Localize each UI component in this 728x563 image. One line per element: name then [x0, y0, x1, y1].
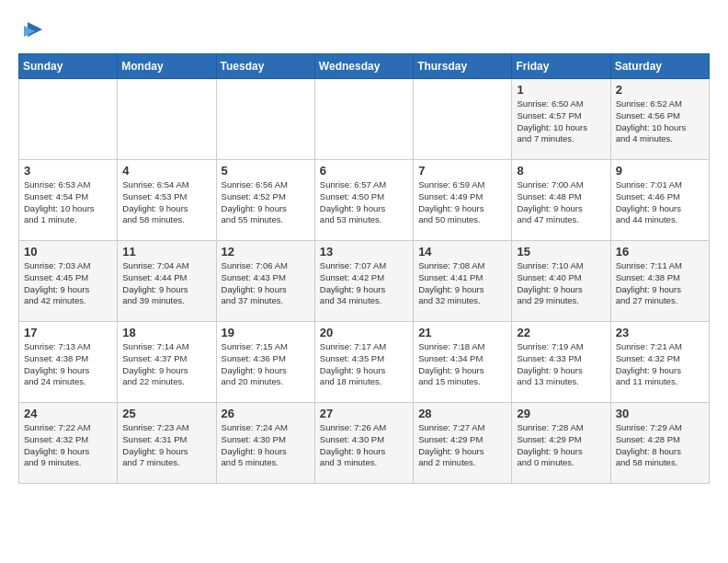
day-info: Sunrise: 7:07 AM Sunset: 4:42 PM Dayligh…	[320, 260, 408, 307]
day-number: 8	[517, 164, 605, 178]
day-info: Sunrise: 6:54 AM Sunset: 4:53 PM Dayligh…	[122, 179, 210, 226]
day-info: Sunrise: 7:22 AM Sunset: 4:32 PM Dayligh…	[24, 422, 112, 469]
calendar-cell: 2Sunrise: 6:52 AM Sunset: 4:56 PM Daylig…	[610, 79, 709, 160]
calendar-cell: 30Sunrise: 7:29 AM Sunset: 4:28 PM Dayli…	[610, 403, 709, 484]
day-info: Sunrise: 6:59 AM Sunset: 4:49 PM Dayligh…	[418, 179, 506, 226]
calendar-cell: 27Sunrise: 7:26 AM Sunset: 4:30 PM Dayli…	[314, 403, 413, 484]
day-info: Sunrise: 7:27 AM Sunset: 4:29 PM Dayligh…	[418, 422, 506, 469]
day-number: 9	[616, 164, 704, 178]
day-number: 26	[222, 407, 310, 420]
col-header-sunday: Sunday	[19, 54, 118, 79]
calendar-cell: 16Sunrise: 7:11 AM Sunset: 4:38 PM Dayli…	[610, 241, 709, 322]
day-number: 24	[24, 407, 112, 420]
col-header-wednesday: Wednesday	[314, 54, 413, 79]
calendar-cell	[118, 79, 216, 160]
day-info: Sunrise: 7:01 AM Sunset: 4:46 PM Dayligh…	[616, 179, 704, 226]
calendar-cell: 21Sunrise: 7:18 AM Sunset: 4:34 PM Dayli…	[414, 322, 512, 403]
calendar-week-3: 10Sunrise: 7:03 AM Sunset: 4:45 PM Dayli…	[19, 241, 710, 322]
day-info: Sunrise: 7:19 AM Sunset: 4:33 PM Dayligh…	[517, 341, 605, 388]
calendar-cell: 13Sunrise: 7:07 AM Sunset: 4:42 PM Dayli…	[314, 241, 413, 322]
day-number: 18	[122, 326, 210, 339]
calendar-cell	[414, 79, 512, 160]
calendar-cell: 29Sunrise: 7:28 AM Sunset: 4:29 PM Dayli…	[512, 403, 610, 484]
day-number: 22	[517, 326, 605, 339]
col-header-friday: Friday	[512, 54, 610, 79]
calendar-cell: 23Sunrise: 7:21 AM Sunset: 4:32 PM Dayli…	[610, 322, 709, 403]
calendar-cell: 20Sunrise: 7:17 AM Sunset: 4:35 PM Dayli…	[314, 322, 413, 403]
day-info: Sunrise: 7:13 AM Sunset: 4:38 PM Dayligh…	[24, 341, 112, 388]
day-info: Sunrise: 6:56 AM Sunset: 4:52 PM Dayligh…	[222, 179, 310, 226]
day-number: 11	[122, 245, 210, 259]
day-info: Sunrise: 7:15 AM Sunset: 4:36 PM Dayligh…	[222, 341, 310, 388]
calendar-cell: 12Sunrise: 7:06 AM Sunset: 4:43 PM Dayli…	[216, 241, 314, 322]
calendar-cell: 8Sunrise: 7:00 AM Sunset: 4:48 PM Daylig…	[512, 160, 610, 241]
calendar-cell: 11Sunrise: 7:04 AM Sunset: 4:44 PM Dayli…	[118, 241, 216, 322]
day-number: 25	[122, 407, 210, 420]
day-number: 13	[320, 245, 408, 259]
day-info: Sunrise: 7:06 AM Sunset: 4:43 PM Dayligh…	[222, 260, 310, 307]
day-number: 14	[418, 245, 506, 259]
calendar-cell: 25Sunrise: 7:23 AM Sunset: 4:31 PM Dayli…	[118, 403, 216, 484]
calendar-cell: 28Sunrise: 7:27 AM Sunset: 4:29 PM Dayli…	[414, 403, 512, 484]
day-info: Sunrise: 7:26 AM Sunset: 4:30 PM Dayligh…	[320, 422, 408, 469]
day-number: 21	[418, 326, 506, 339]
day-number: 7	[418, 164, 506, 178]
day-info: Sunrise: 7:17 AM Sunset: 4:35 PM Dayligh…	[320, 341, 408, 388]
calendar-cell: 5Sunrise: 6:56 AM Sunset: 4:52 PM Daylig…	[216, 160, 314, 241]
col-header-tuesday: Tuesday	[216, 54, 314, 79]
calendar-cell: 22Sunrise: 7:19 AM Sunset: 4:33 PM Dayli…	[512, 322, 610, 403]
day-number: 6	[320, 164, 408, 178]
day-number: 12	[222, 245, 310, 259]
day-number: 15	[517, 245, 605, 259]
day-info: Sunrise: 7:14 AM Sunset: 4:37 PM Dayligh…	[122, 341, 210, 388]
day-info: Sunrise: 7:18 AM Sunset: 4:34 PM Dayligh…	[418, 341, 506, 388]
day-info: Sunrise: 6:57 AM Sunset: 4:50 PM Dayligh…	[320, 179, 408, 226]
calendar-cell: 10Sunrise: 7:03 AM Sunset: 4:45 PM Dayli…	[19, 241, 118, 322]
calendar-table: SundayMondayTuesdayWednesdayThursdayFrid…	[18, 53, 710, 484]
calendar-cell: 14Sunrise: 7:08 AM Sunset: 4:41 PM Dayli…	[414, 241, 512, 322]
day-number: 20	[320, 326, 408, 339]
day-number: 29	[517, 407, 605, 420]
day-info: Sunrise: 7:04 AM Sunset: 4:44 PM Dayligh…	[122, 260, 210, 307]
day-number: 10	[24, 245, 112, 259]
day-number: 16	[616, 245, 704, 259]
day-info: Sunrise: 7:23 AM Sunset: 4:31 PM Dayligh…	[122, 422, 210, 469]
calendar-week-5: 24Sunrise: 7:22 AM Sunset: 4:32 PM Dayli…	[19, 403, 710, 484]
calendar-cell: 1Sunrise: 6:50 AM Sunset: 4:57 PM Daylig…	[512, 79, 610, 160]
calendar-cell: 19Sunrise: 7:15 AM Sunset: 4:36 PM Dayli…	[216, 322, 314, 403]
day-info: Sunrise: 7:08 AM Sunset: 4:41 PM Dayligh…	[418, 260, 506, 307]
calendar-cell: 3Sunrise: 6:53 AM Sunset: 4:54 PM Daylig…	[19, 160, 118, 241]
day-number: 17	[24, 326, 112, 339]
day-info: Sunrise: 6:52 AM Sunset: 4:56 PM Dayligh…	[616, 98, 704, 145]
day-info: Sunrise: 7:00 AM Sunset: 4:48 PM Dayligh…	[517, 179, 605, 226]
day-number: 19	[222, 326, 310, 339]
day-info: Sunrise: 7:03 AM Sunset: 4:45 PM Dayligh…	[24, 260, 112, 307]
calendar-cell: 18Sunrise: 7:14 AM Sunset: 4:37 PM Dayli…	[118, 322, 216, 403]
calendar-cell	[314, 79, 413, 160]
day-info: Sunrise: 7:10 AM Sunset: 4:40 PM Dayligh…	[517, 260, 605, 307]
logo	[18, 18, 46, 44]
calendar-week-1: 1Sunrise: 6:50 AM Sunset: 4:57 PM Daylig…	[19, 79, 710, 160]
day-number: 30	[616, 407, 704, 420]
calendar-cell: 7Sunrise: 6:59 AM Sunset: 4:49 PM Daylig…	[414, 160, 512, 241]
calendar-cell	[19, 79, 118, 160]
day-info: Sunrise: 7:24 AM Sunset: 4:30 PM Dayligh…	[222, 422, 310, 469]
day-number: 3	[24, 164, 112, 178]
day-info: Sunrise: 7:28 AM Sunset: 4:29 PM Dayligh…	[517, 422, 605, 469]
calendar-cell: 15Sunrise: 7:10 AM Sunset: 4:40 PM Dayli…	[512, 241, 610, 322]
calendar-week-4: 17Sunrise: 7:13 AM Sunset: 4:38 PM Dayli…	[19, 322, 710, 403]
calendar-cell: 4Sunrise: 6:54 AM Sunset: 4:53 PM Daylig…	[118, 160, 216, 241]
logo-icon	[20, 18, 46, 44]
calendar-cell: 9Sunrise: 7:01 AM Sunset: 4:46 PM Daylig…	[610, 160, 709, 241]
calendar-header-row: SundayMondayTuesdayWednesdayThursdayFrid…	[19, 54, 710, 79]
calendar-cell: 17Sunrise: 7:13 AM Sunset: 4:38 PM Dayli…	[19, 322, 118, 403]
day-info: Sunrise: 7:11 AM Sunset: 4:38 PM Dayligh…	[616, 260, 704, 307]
calendar-cell: 6Sunrise: 6:57 AM Sunset: 4:50 PM Daylig…	[314, 160, 413, 241]
day-number: 5	[222, 164, 310, 178]
day-info: Sunrise: 7:21 AM Sunset: 4:32 PM Dayligh…	[616, 341, 704, 388]
page-header	[18, 18, 710, 44]
col-header-thursday: Thursday	[414, 54, 512, 79]
day-number: 28	[418, 407, 506, 420]
day-number: 2	[616, 83, 704, 97]
day-info: Sunrise: 6:50 AM Sunset: 4:57 PM Dayligh…	[517, 98, 605, 145]
